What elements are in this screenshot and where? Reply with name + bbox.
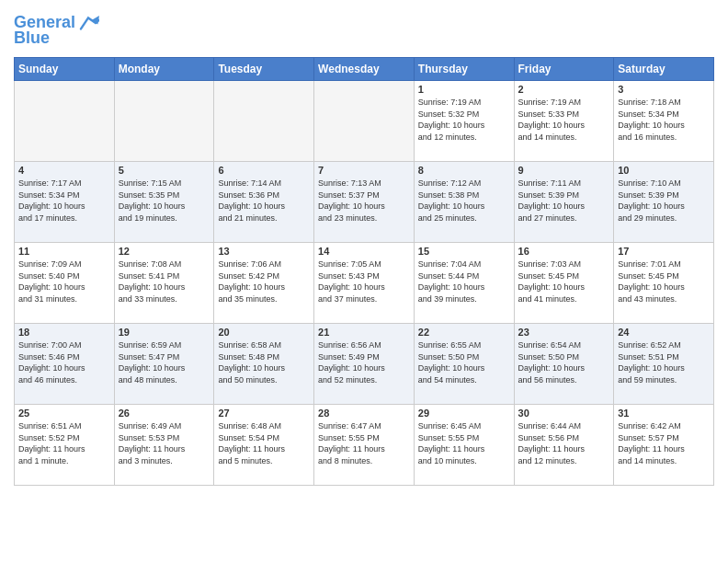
- calendar-cell: 27Sunrise: 6:48 AM Sunset: 5:54 PM Dayli…: [214, 405, 314, 486]
- calendar-cell: 13Sunrise: 7:06 AM Sunset: 5:42 PM Dayli…: [214, 243, 314, 324]
- header-saturday: Saturday: [614, 58, 714, 81]
- day-number: 16: [518, 246, 610, 257]
- calendar-cell: 16Sunrise: 7:03 AM Sunset: 5:45 PM Dayli…: [514, 243, 614, 324]
- calendar-cell: 19Sunrise: 6:59 AM Sunset: 5:47 PM Dayli…: [114, 324, 214, 405]
- day-number: 5: [119, 165, 210, 176]
- day-info: Sunrise: 6:45 AM Sunset: 5:55 PM Dayligh…: [418, 420, 510, 466]
- day-info: Sunrise: 7:19 AM Sunset: 5:33 PM Dayligh…: [518, 97, 610, 143]
- day-info: Sunrise: 7:18 AM Sunset: 5:34 PM Dayligh…: [618, 97, 710, 143]
- calendar-cell: 30Sunrise: 6:44 AM Sunset: 5:56 PM Dayli…: [514, 405, 614, 486]
- logo-icon: [77, 14, 99, 32]
- header-thursday: Thursday: [414, 58, 514, 81]
- day-number: 8: [418, 165, 510, 176]
- day-info: Sunrise: 7:04 AM Sunset: 5:44 PM Dayligh…: [418, 259, 510, 304]
- calendar-cell: 24Sunrise: 6:52 AM Sunset: 5:51 PM Dayli…: [614, 324, 714, 405]
- day-number: 11: [18, 246, 110, 257]
- calendar-table: SundayMondayTuesdayWednesdayThursdayFrid…: [14, 57, 714, 486]
- calendar-cell: [114, 81, 214, 162]
- week-row-4: 18Sunrise: 7:00 AM Sunset: 5:46 PM Dayli…: [15, 324, 714, 405]
- calendar-cell: [15, 81, 115, 162]
- day-number: 21: [318, 327, 410, 338]
- calendar-cell: 26Sunrise: 6:49 AM Sunset: 5:53 PM Dayli…: [114, 405, 214, 486]
- calendar-cell: 31Sunrise: 6:42 AM Sunset: 5:57 PM Dayli…: [614, 405, 714, 486]
- week-row-1: 1Sunrise: 7:19 AM Sunset: 5:32 PM Daylig…: [15, 81, 714, 162]
- day-number: 1: [418, 84, 510, 95]
- day-number: 7: [318, 165, 410, 176]
- calendar-cell: 9Sunrise: 7:11 AM Sunset: 5:39 PM Daylig…: [514, 162, 614, 243]
- calendar-cell: 14Sunrise: 7:05 AM Sunset: 5:43 PM Dayli…: [314, 243, 415, 324]
- day-info: Sunrise: 7:17 AM Sunset: 5:34 PM Dayligh…: [18, 178, 110, 224]
- day-number: 19: [119, 327, 210, 338]
- day-number: 17: [618, 246, 710, 257]
- day-info: Sunrise: 6:54 AM Sunset: 5:50 PM Dayligh…: [518, 339, 610, 385]
- day-number: 10: [618, 165, 710, 176]
- day-info: Sunrise: 7:00 AM Sunset: 5:46 PM Dayligh…: [18, 339, 110, 385]
- calendar-cell: 7Sunrise: 7:13 AM Sunset: 5:37 PM Daylig…: [314, 162, 415, 243]
- calendar-cell: 12Sunrise: 7:08 AM Sunset: 5:41 PM Dayli…: [114, 243, 214, 324]
- calendar-cell: 11Sunrise: 7:09 AM Sunset: 5:40 PM Dayli…: [15, 243, 115, 324]
- calendar-header-row: SundayMondayTuesdayWednesdayThursdayFrid…: [15, 58, 714, 81]
- day-number: 31: [618, 408, 710, 419]
- day-info: Sunrise: 6:58 AM Sunset: 5:48 PM Dayligh…: [218, 339, 310, 385]
- day-info: Sunrise: 7:14 AM Sunset: 5:36 PM Dayligh…: [218, 178, 310, 224]
- calendar-cell: 4Sunrise: 7:17 AM Sunset: 5:34 PM Daylig…: [15, 162, 115, 243]
- day-number: 26: [119, 408, 210, 419]
- calendar-cell: [314, 81, 415, 162]
- day-info: Sunrise: 6:59 AM Sunset: 5:47 PM Dayligh…: [119, 339, 210, 385]
- calendar-cell: 25Sunrise: 6:51 AM Sunset: 5:52 PM Dayli…: [15, 405, 115, 486]
- day-number: 13: [218, 246, 310, 257]
- day-info: Sunrise: 6:44 AM Sunset: 5:56 PM Dayligh…: [518, 420, 610, 466]
- calendar-cell: 15Sunrise: 7:04 AM Sunset: 5:44 PM Dayli…: [414, 243, 514, 324]
- day-info: Sunrise: 7:10 AM Sunset: 5:39 PM Dayligh…: [618, 178, 710, 224]
- day-info: Sunrise: 6:47 AM Sunset: 5:55 PM Dayligh…: [318, 420, 410, 466]
- calendar-cell: 8Sunrise: 7:12 AM Sunset: 5:38 PM Daylig…: [414, 162, 514, 243]
- calendar-cell: 20Sunrise: 6:58 AM Sunset: 5:48 PM Dayli…: [214, 324, 314, 405]
- day-info: Sunrise: 7:09 AM Sunset: 5:40 PM Dayligh…: [18, 259, 110, 304]
- calendar-cell: 17Sunrise: 7:01 AM Sunset: 5:45 PM Dayli…: [614, 243, 714, 324]
- calendar-cell: 1Sunrise: 7:19 AM Sunset: 5:32 PM Daylig…: [414, 81, 514, 162]
- header-monday: Monday: [114, 58, 214, 81]
- calendar-cell: 2Sunrise: 7:19 AM Sunset: 5:33 PM Daylig…: [514, 81, 614, 162]
- day-number: 9: [518, 165, 610, 176]
- header-tuesday: Tuesday: [214, 58, 314, 81]
- page-header: General Blue: [14, 14, 714, 48]
- day-info: Sunrise: 6:51 AM Sunset: 5:52 PM Dayligh…: [18, 420, 110, 466]
- day-number: 23: [518, 327, 610, 338]
- day-number: 15: [418, 246, 510, 257]
- day-info: Sunrise: 7:11 AM Sunset: 5:39 PM Dayligh…: [518, 178, 610, 224]
- calendar-cell: 3Sunrise: 7:18 AM Sunset: 5:34 PM Daylig…: [614, 81, 714, 162]
- calendar-cell: [214, 81, 314, 162]
- day-info: Sunrise: 6:52 AM Sunset: 5:51 PM Dayligh…: [618, 339, 710, 385]
- day-info: Sunrise: 6:56 AM Sunset: 5:49 PM Dayligh…: [318, 339, 410, 385]
- calendar-cell: 29Sunrise: 6:45 AM Sunset: 5:55 PM Dayli…: [414, 405, 514, 486]
- logo: General Blue: [14, 14, 99, 48]
- header-wednesday: Wednesday: [314, 58, 415, 81]
- calendar-cell: 18Sunrise: 7:00 AM Sunset: 5:46 PM Dayli…: [15, 324, 115, 405]
- day-info: Sunrise: 7:06 AM Sunset: 5:42 PM Dayligh…: [218, 259, 310, 304]
- day-info: Sunrise: 7:19 AM Sunset: 5:32 PM Dayligh…: [418, 97, 510, 143]
- header-sunday: Sunday: [15, 58, 115, 81]
- calendar-cell: 21Sunrise: 6:56 AM Sunset: 5:49 PM Dayli…: [314, 324, 415, 405]
- day-info: Sunrise: 6:48 AM Sunset: 5:54 PM Dayligh…: [218, 420, 310, 466]
- calendar-cell: 28Sunrise: 6:47 AM Sunset: 5:55 PM Dayli…: [314, 405, 415, 486]
- header-friday: Friday: [514, 58, 614, 81]
- day-number: 24: [618, 327, 710, 338]
- day-number: 2: [518, 84, 610, 95]
- day-number: 12: [119, 246, 210, 257]
- day-number: 30: [518, 408, 610, 419]
- calendar-cell: 23Sunrise: 6:54 AM Sunset: 5:50 PM Dayli…: [514, 324, 614, 405]
- day-number: 6: [218, 165, 310, 176]
- day-info: Sunrise: 7:01 AM Sunset: 5:45 PM Dayligh…: [618, 259, 710, 304]
- day-info: Sunrise: 7:13 AM Sunset: 5:37 PM Dayligh…: [318, 178, 410, 224]
- day-number: 18: [18, 327, 110, 338]
- calendar-cell: 6Sunrise: 7:14 AM Sunset: 5:36 PM Daylig…: [214, 162, 314, 243]
- week-row-3: 11Sunrise: 7:09 AM Sunset: 5:40 PM Dayli…: [15, 243, 714, 324]
- calendar-body: 1Sunrise: 7:19 AM Sunset: 5:32 PM Daylig…: [15, 81, 714, 486]
- calendar-cell: 10Sunrise: 7:10 AM Sunset: 5:39 PM Dayli…: [614, 162, 714, 243]
- week-row-2: 4Sunrise: 7:17 AM Sunset: 5:34 PM Daylig…: [15, 162, 714, 243]
- day-number: 3: [618, 84, 710, 95]
- day-number: 20: [218, 327, 310, 338]
- day-info: Sunrise: 7:03 AM Sunset: 5:45 PM Dayligh…: [518, 259, 610, 304]
- day-info: Sunrise: 7:15 AM Sunset: 5:35 PM Dayligh…: [119, 178, 210, 224]
- day-number: 27: [218, 408, 310, 419]
